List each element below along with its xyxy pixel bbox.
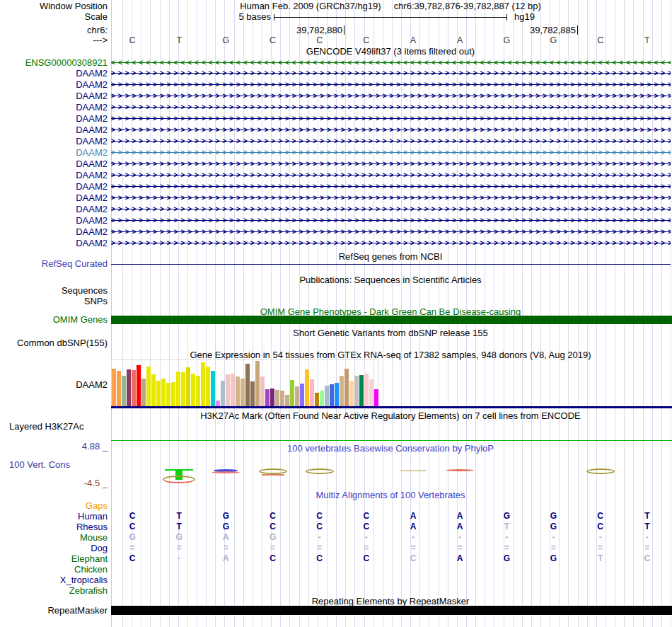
scale-genome-text: hg19	[514, 12, 535, 22]
gtex-tissue-bar	[141, 379, 146, 406]
align-species-label[interactable]: Zebrafish	[0, 585, 108, 596]
gene-row-label[interactable]: DAAM2	[0, 79, 108, 90]
refseq-track-title[interactable]: RefSeq genes from NCBI	[111, 252, 670, 262]
gtex-tissue-bar	[260, 376, 265, 406]
gene-row-label[interactable]: DAAM2	[0, 159, 108, 169]
gene-row-arrows[interactable]: >>>>>>>>>>>>>>>>>>>>>>>>>>>>>>>>>>>>>>>>…	[111, 147, 671, 158]
gene-row-arrows[interactable]: >>>>>>>>>>>>>>>>>>>>>>>>>>>>>>>>>>>>>>>>…	[111, 159, 671, 169]
gtex-tissue-bar	[374, 389, 378, 406]
gencode-track-title[interactable]: GENCODE V49lift37 (3 items filtered out)	[111, 47, 670, 57]
gene-row-label[interactable]: DAAM2	[0, 192, 108, 203]
repeatmasker-track-title[interactable]: Repeating Elements by RepeatMasker	[111, 597, 670, 606]
align-species-label[interactable]: X_tropicalis	[0, 575, 108, 585]
align-species-label[interactable]: Chicken	[0, 564, 108, 575]
genome-browser-tracks-image[interactable]: Window Position Human Feb. 2009 (GRCh37/…	[0, 0, 672, 627]
gene-row-label[interactable]: DAAM2	[0, 113, 108, 124]
align-base-letter: C	[577, 522, 624, 532]
gtex-tissue-bar	[250, 381, 255, 406]
repeatmasker-label[interactable]: RepeatMasker	[0, 606, 108, 616]
gtex-tissue-bar	[300, 384, 304, 406]
gtex-tissue-bar	[181, 372, 185, 406]
publications-snps-label[interactable]: SNPs	[0, 297, 108, 306]
gene-row-label[interactable]: DAAM2	[0, 204, 108, 214]
phylop-track-title[interactable]: 100 vertebrates Basewise Conservation by…	[111, 444, 670, 454]
phylop-max-label: 4.88 _	[0, 442, 108, 451]
strand-arrows-right: >>>>>>>>>>>>>>>>>>>>>>>>>>>>>>>>>>>>>>>>…	[111, 215, 671, 226]
gene-row-arrows[interactable]: >>>>>>>>>>>>>>>>>>>>>>>>>>>>>>>>>>>>>>>>…	[111, 181, 671, 192]
publications-track-title[interactable]: Publications: Sequences in Scientific Ar…	[111, 275, 670, 285]
align-species-label[interactable]: Dog	[0, 543, 108, 553]
align-base-letter: -	[530, 532, 577, 543]
gene-row-arrows[interactable]: <<<<<<<<<<<<<<<<<<<<<<<<<<<<<<<<<<<<<<<<…	[111, 57, 671, 68]
phylop-label[interactable]: 100 Vert. Cons	[9, 460, 70, 470]
align-species-label[interactable]: Human	[0, 511, 108, 522]
h3k27ac-track-title[interactable]: H3K27Ac Mark (Often Found Near Active Re…	[111, 411, 670, 421]
gene-row-arrows[interactable]: >>>>>>>>>>>>>>>>>>>>>>>>>>>>>>>>>>>>>>>>…	[111, 113, 671, 124]
align-species-label[interactable]: Mouse	[0, 532, 108, 543]
gtex-expression-chart[interactable]	[112, 361, 381, 406]
refseq-curated-label[interactable]: RefSeq Curated	[0, 259, 108, 269]
gene-row-arrows[interactable]: >>>>>>>>>>>>>>>>>>>>>>>>>>>>>>>>>>>>>>>>…	[111, 170, 671, 180]
align-species-label[interactable]: Gaps	[0, 500, 108, 511]
strand-arrows-right: >>>>>>>>>>>>>>>>>>>>>>>>>>>>>>>>>>>>>>>>…	[111, 79, 671, 90]
omim-gene-bar[interactable]	[111, 316, 672, 324]
align-base-letter: A	[436, 553, 483, 564]
align-base-letter: C	[296, 511, 343, 522]
gene-row-arrows[interactable]: >>>>>>>>>>>>>>>>>>>>>>>>>>>>>>>>>>>>>>>>…	[111, 125, 671, 135]
gene-row-label[interactable]: DAAM2	[0, 68, 108, 79]
gene-row-label[interactable]: DAAM2	[0, 125, 108, 135]
gene-row-arrows[interactable]: >>>>>>>>>>>>>>>>>>>>>>>>>>>>>>>>>>>>>>>>…	[111, 102, 671, 113]
gene-row-label[interactable]: DAAM2	[0, 181, 108, 192]
gene-row-arrows[interactable]: >>>>>>>>>>>>>>>>>>>>>>>>>>>>>>>>>>>>>>>>…	[111, 136, 671, 146]
gtex-tissue-bar	[231, 374, 235, 406]
strand-arrows-right: >>>>>>>>>>>>>>>>>>>>>>>>>>>>>>>>>>>>>>>>…	[111, 226, 671, 237]
publications-sequences-label[interactable]: Sequences	[0, 286, 108, 296]
gtex-tissue-bar	[335, 383, 339, 406]
h3k27ac-label[interactable]: Layered H3K27Ac	[9, 422, 84, 432]
gtex-tissue-bar	[270, 389, 274, 406]
align-base-letter: C	[109, 553, 156, 564]
gene-row-arrows[interactable]: >>>>>>>>>>>>>>>>>>>>>>>>>>>>>>>>>>>>>>>>…	[111, 204, 671, 214]
dbsnp-label[interactable]: Common dbSNP(155)	[0, 338, 108, 348]
gene-row-label[interactable]: DAAM2	[0, 215, 108, 226]
align-base-letter: C	[296, 522, 343, 532]
gene-row-arrows[interactable]: >>>>>>>>>>>>>>>>>>>>>>>>>>>>>>>>>>>>>>>>…	[111, 192, 671, 203]
align-base-letter: -	[296, 532, 343, 543]
gtex-tissue-bar	[354, 376, 359, 406]
gene-row-arrows[interactable]: >>>>>>>>>>>>>>>>>>>>>>>>>>>>>>>>>>>>>>>>…	[111, 79, 671, 90]
gtex-gene-label[interactable]: DAAM2	[0, 380, 108, 390]
gene-row-arrows[interactable]: >>>>>>>>>>>>>>>>>>>>>>>>>>>>>>>>>>>>>>>>…	[111, 238, 671, 248]
multiz-track-title[interactable]: Multiz Alignments of 100 Vertebrates	[111, 490, 670, 500]
gene-row-label[interactable]: DAAM2	[0, 170, 108, 180]
repeatmasker-bar[interactable]	[111, 606, 672, 615]
ruler-tick-text: 39,782,885	[463, 25, 576, 35]
dbsnp-track-title[interactable]: Short Genetic Variants from dbSNP releas…	[111, 328, 670, 338]
align-base-letter: =	[109, 543, 156, 553]
gtex-track-title[interactable]: Gene Expression in 54 tissues from GTEx …	[111, 350, 670, 360]
align-species-label[interactable]: Rhesus	[0, 522, 108, 532]
gene-row-label[interactable]: DAAM2	[0, 136, 108, 146]
gene-row-label[interactable]: DAAM2	[0, 91, 108, 101]
gene-row-label[interactable]: DAAM2	[0, 102, 108, 113]
gene-row-arrows[interactable]: >>>>>>>>>>>>>>>>>>>>>>>>>>>>>>>>>>>>>>>>…	[111, 226, 671, 237]
align-species-label[interactable]: Elephant	[0, 553, 108, 564]
gene-row-label[interactable]: DAAM2	[0, 226, 108, 237]
align-base-letter: G	[109, 532, 156, 543]
refseq-gene-line[interactable]	[111, 264, 671, 265]
gtex-tissue-bar	[255, 361, 260, 406]
gene-row-arrows[interactable]: >>>>>>>>>>>>>>>>>>>>>>>>>>>>>>>>>>>>>>>>…	[111, 215, 671, 226]
gtex-tissue-bar	[132, 370, 136, 406]
gene-row-label[interactable]: DAAM2	[0, 147, 108, 158]
gene-row-arrows[interactable]: >>>>>>>>>>>>>>>>>>>>>>>>>>>>>>>>>>>>>>>>…	[111, 68, 671, 79]
gtex-tissue-bar	[171, 382, 175, 406]
align-letter-row: CTGCCCAAGGCT	[109, 511, 671, 522]
gtex-tissue-bar	[245, 364, 250, 406]
h3k27ac-signal-line[interactable]	[111, 440, 672, 441]
omim-genes-label[interactable]: OMIM Genes	[0, 315, 108, 325]
gene-row-label[interactable]: ENSG00000308921	[0, 57, 108, 68]
range-text: chr6:39,782,876-39,782,887 (12 bp)	[394, 1, 541, 11]
strand-arrows-right: >>>>>>>>>>>>>>>>>>>>>>>>>>>>>>>>>>>>>>>>…	[111, 102, 671, 113]
align-base-letter: =	[296, 543, 343, 553]
gene-row-arrows[interactable]: >>>>>>>>>>>>>>>>>>>>>>>>>>>>>>>>>>>>>>>>…	[111, 91, 671, 101]
gene-row-label[interactable]: DAAM2	[0, 238, 108, 248]
